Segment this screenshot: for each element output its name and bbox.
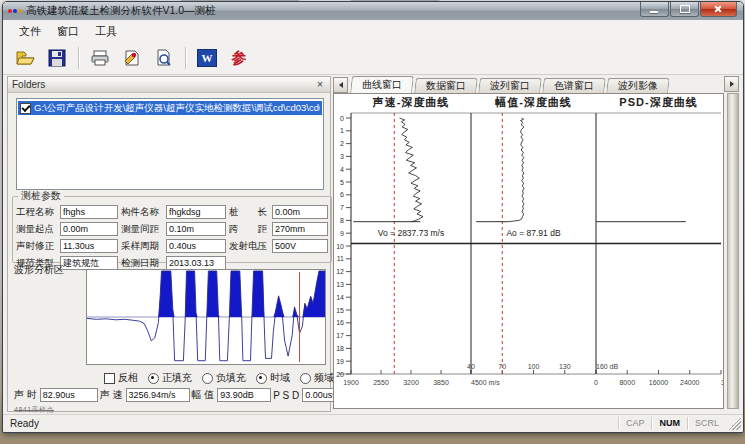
depth-tick-label: 20: [336, 371, 344, 378]
chart-title: PSD-深度曲线: [619, 96, 697, 108]
file-list-item[interactable]: G:\公司产品设计开发\超声仪器\超声仪实地检测数据\调试cd\cd03\cd0…: [18, 101, 322, 115]
close-button[interactable]: [700, 2, 737, 17]
print-button[interactable]: [85, 44, 115, 72]
depth-tick-label: 4: [340, 166, 344, 173]
freq-domain-option[interactable]: 频域: [300, 371, 334, 385]
export-word-button[interactable]: W: [192, 44, 222, 72]
print-preview-button[interactable]: [149, 44, 179, 72]
amplitude-field[interactable]: 93.90dB: [217, 388, 271, 402]
open-folder-icon: [15, 49, 35, 67]
status-text: Ready: [3, 418, 618, 429]
sound-time-field[interactable]: 82.90us: [40, 388, 98, 402]
file-list[interactable]: G:\公司产品设计开发\超声仪器\超声仪实地检测数据\调试cd\cd03\cd0…: [16, 98, 324, 190]
param-value[interactable]: fhgkdsg: [166, 205, 226, 219]
app-icon: [8, 6, 22, 16]
param-value[interactable]: 11.30us: [60, 239, 118, 253]
depth-tick-label: 14: [336, 294, 344, 301]
print-setup-button[interactable]: [117, 44, 147, 72]
tab-spectrum-window[interactable]: 色谱窗口: [542, 78, 606, 93]
menu-tools[interactable]: 工具: [87, 22, 125, 41]
save-button[interactable]: [42, 44, 72, 72]
window-title: 高铁建筑混凝土检测分析软件V1.0—测桩: [26, 4, 216, 18]
parameters-button[interactable]: 参: [224, 44, 254, 72]
vertical-scrollbar[interactable]: [727, 93, 739, 409]
param-value[interactable]: 0.40us: [166, 239, 226, 253]
x-tick-label: 0: [594, 379, 598, 386]
depth-tick-label: 19: [336, 358, 344, 365]
wave-outline: [87, 271, 325, 361]
chart-svg: 01234567891011121314151617181920声速-深度曲线1…: [334, 94, 723, 408]
param-value[interactable]: 270mm: [272, 222, 328, 236]
depth-tick-label: 17: [336, 332, 344, 339]
file-path: G:\公司产品设计开发\超声仪器\超声仪实地检测数据\调试cd\cd03\cd0…: [34, 102, 320, 115]
file-checkbox[interactable]: [20, 103, 31, 114]
waveform-plot[interactable]: [86, 269, 326, 365]
pile-params-legend: 测桩参数: [18, 189, 64, 203]
x-tick-label: 3200: [403, 379, 419, 386]
depth-tick-label: 1: [340, 127, 344, 134]
menu-window[interactable]: 窗口: [49, 22, 87, 41]
desktop: 高铁建筑混凝土检测分析软件V1.0—测桩 文件 窗口 工具: [0, 0, 745, 444]
param-label: 检测日期: [121, 257, 163, 270]
x-tick-label: 8000: [619, 379, 635, 386]
depth-curves-chart[interactable]: 01234567891011121314151617181920声速-深度曲线1…: [333, 93, 724, 409]
time-domain-option[interactable]: 时域: [256, 371, 290, 385]
open-file-button[interactable]: [10, 44, 40, 72]
status-bar: Ready CAP NUM SCRL: [3, 414, 743, 432]
title-bar[interactable]: 高铁建筑混凝土检测分析软件V1.0—测桩: [3, 2, 743, 20]
x-tick-label: 2550: [373, 379, 389, 386]
menu-file[interactable]: 文件: [11, 22, 49, 41]
chart-annotation: Vo = 2837.73 m/s: [378, 228, 444, 238]
pile-params-group: 测桩参数 工程名称fhghs 构件名称fhgkdsg 桩 长0.00m 测量起点…: [12, 189, 332, 263]
resize-grip[interactable]: [728, 417, 741, 430]
amplitude-label: 幅 值: [192, 388, 215, 402]
param-value[interactable]: 500V: [272, 239, 328, 253]
status-scrl: SCRL: [687, 417, 726, 430]
fill-negative-option[interactable]: 负填充: [202, 371, 246, 385]
invert-label: 反相: [118, 371, 138, 385]
chart-annotation: Ao = 87.91 dB: [506, 228, 560, 238]
depth-tick-label: 3: [340, 153, 344, 160]
waveform-svg: [87, 270, 325, 364]
invert-checkbox[interactable]: [104, 373, 115, 384]
param-value[interactable]: 0.00m: [272, 205, 328, 219]
x-tick-label: 32000: [721, 379, 723, 386]
param-label: 声时修正: [16, 240, 57, 253]
param-value[interactable]: 建筑规范: [60, 256, 118, 270]
depth-tick-label: 18: [336, 345, 344, 352]
depth-tick-label: 6: [340, 191, 344, 198]
word-icon: W: [197, 49, 217, 67]
x-tick-label: 1900: [343, 379, 359, 386]
sound-velocity-field[interactable]: 3256.94m/s: [126, 388, 190, 402]
save-floppy-icon: [48, 49, 66, 67]
depth-tick-label: 15: [336, 307, 344, 314]
freq-domain-radio[interactable]: [300, 373, 311, 384]
tab-strip: 曲线窗口 数据窗口 波列窗口 色谱窗口 波列影像: [333, 76, 739, 93]
waveform-area-label: 波形分析区: [14, 263, 64, 277]
folders-panel-header[interactable]: Folders ×: [8, 77, 330, 93]
tab-wavetrain-image[interactable]: 波列影像: [606, 78, 670, 93]
x-tick-label: 40: [467, 363, 475, 370]
time-domain-radio[interactable]: [256, 373, 267, 384]
param-value[interactable]: 0.10m: [166, 222, 226, 236]
minimize-button[interactable]: [640, 2, 669, 17]
maximize-button[interactable]: [670, 2, 699, 17]
depth-tick-label: 9: [340, 230, 344, 237]
x-tick-label: 4500 m/s: [471, 379, 500, 386]
toolbar: W 参: [3, 42, 743, 75]
panel-close-icon[interactable]: ×: [314, 79, 326, 90]
param-value[interactable]: 2013.03.13: [166, 256, 226, 270]
fill-negative-radio[interactable]: [202, 373, 213, 384]
tab-scroll-left-button[interactable]: [333, 77, 348, 93]
fill-positive-radio[interactable]: [148, 373, 159, 384]
display-options-row: 反相 正填充 负填充 时域 频域: [104, 371, 326, 385]
tab-curve-window[interactable]: 曲线窗口: [350, 76, 414, 93]
tab-scroll-right-button[interactable]: [724, 76, 739, 92]
tab-data-window[interactable]: 数据窗口: [414, 78, 478, 93]
window-buttons: [639, 2, 737, 17]
tab-wavetrain-window[interactable]: 波列窗口: [478, 78, 542, 93]
fill-positive-option[interactable]: 正填充: [148, 371, 192, 385]
param-value[interactable]: 0.00m: [60, 222, 118, 236]
param-value[interactable]: fhghs: [60, 205, 118, 219]
invert-option[interactable]: 反相: [104, 371, 138, 385]
